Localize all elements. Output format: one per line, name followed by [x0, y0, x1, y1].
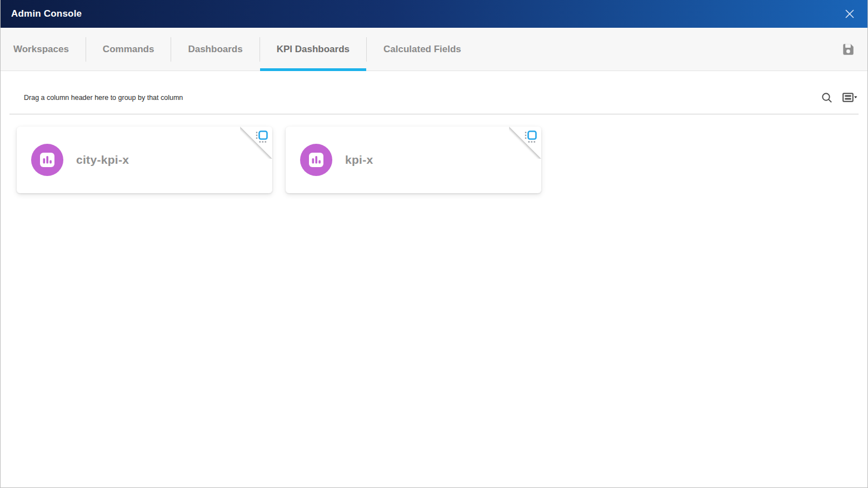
tab-dashboards[interactable]: Dashboards — [171, 28, 259, 71]
tab-label: Commands — [103, 44, 154, 55]
admin-console-window: Admin Console Workspaces Commands Dashbo… — [0, 0, 868, 488]
window-title: Admin Console — [11, 8, 82, 19]
tab-commands[interactable]: Commands — [86, 28, 171, 71]
grid-toolbar — [820, 90, 859, 105]
titlebar: Admin Console — [0, 0, 868, 28]
kpi-card-kpi-x[interactable]: kpi-x — [286, 127, 541, 193]
column-chooser-button[interactable] — [841, 91, 859, 104]
kpi-card-list: city-kpi-x — [1, 114, 867, 193]
save-icon — [841, 42, 855, 57]
grid-group-panel: Drag a column header here to group by th… — [1, 89, 867, 106]
tab-kpi-dashboards[interactable]: KPI Dashboards — [260, 28, 366, 71]
kpi-card-city-kpi-x[interactable]: city-kpi-x — [17, 127, 272, 193]
tab-label: Calculated Fields — [383, 44, 461, 55]
tab-calculated-fields[interactable]: Calculated Fields — [367, 28, 478, 71]
search-icon — [821, 92, 833, 104]
close-icon[interactable] — [842, 7, 857, 21]
save-button[interactable] — [839, 40, 857, 59]
tab-label: Dashboards — [188, 44, 242, 55]
kpi-dashboards-panel: Drag a column header here to group by th… — [1, 71, 867, 487]
card-title: city-kpi-x — [76, 153, 129, 167]
tab-label: Workspaces — [13, 44, 69, 55]
tab-strip: Workspaces Commands Dashboards KPI Dashb… — [1, 28, 478, 71]
column-chooser-icon — [842, 92, 857, 103]
selection-marquee-icon[interactable] — [255, 130, 268, 144]
tabbar-actions — [839, 28, 867, 71]
tab-bar: Workspaces Commands Dashboards KPI Dashb… — [1, 28, 867, 71]
group-panel-hint: Drag a column header here to group by th… — [24, 94, 183, 102]
selection-marquee-icon[interactable] — [524, 130, 537, 144]
bar-chart-icon — [300, 144, 332, 176]
bar-chart-icon — [31, 144, 63, 176]
tab-workspaces[interactable]: Workspaces — [1, 28, 86, 71]
search-button[interactable] — [820, 90, 834, 105]
card-title: kpi-x — [345, 153, 373, 167]
tab-label: KPI Dashboards — [277, 44, 350, 55]
